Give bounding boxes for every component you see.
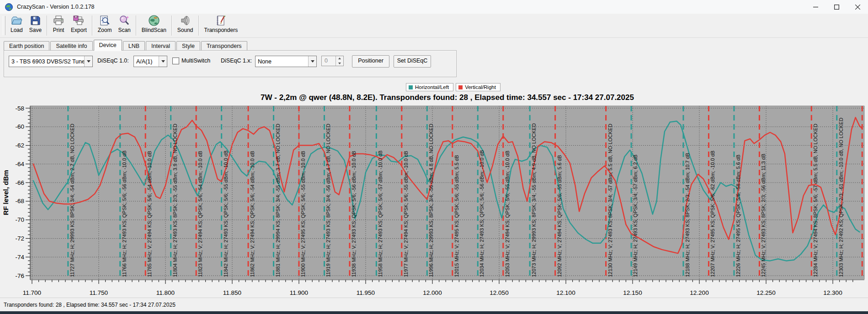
transponder-label: 11881 MHz; H; 29994 KS; 8PSK; 3/4; -55 d… bbox=[275, 124, 281, 277]
floppy-icon bbox=[29, 15, 41, 26]
tab-interval[interactable]: Interval bbox=[146, 41, 176, 51]
transponder-label: 12092 MHz; V; 27494 KS; QPSK; 5/6; -55 d… bbox=[557, 155, 562, 277]
transponder-label: 11919 MHz; H; 27493 KS; 8PSK; 3/4; -56 d… bbox=[325, 124, 331, 277]
dropdown-arrow-icon bbox=[308, 56, 316, 67]
diseqc10-select[interactable]: A/A(1) bbox=[133, 56, 167, 67]
tab-earth-position[interactable]: Earth position bbox=[4, 41, 49, 51]
speaker-icon bbox=[179, 15, 191, 26]
device-panel: 3 - TBS 6903 DVBS/S2 Tuner 1 DiSEqC 1.0:… bbox=[4, 50, 457, 77]
horizontal-swatch-icon bbox=[409, 85, 413, 89]
status-text: Transponders found: 28 , Elapsed time: 3… bbox=[4, 302, 176, 308]
x-tick-label: 12.200 bbox=[690, 289, 708, 296]
diseqc10-label: DiSEqC 1.0: bbox=[97, 56, 129, 66]
transponder-label: 12303 MHz; H; 27492 KS; QPSK; 2/3; -61 d… bbox=[838, 118, 844, 277]
load-button[interactable]: Load bbox=[7, 14, 26, 37]
y-tick-label: -74 bbox=[15, 254, 24, 261]
set-diseqc-button[interactable]: Set DiSEqC bbox=[394, 55, 431, 68]
export-button[interactable]: Export bbox=[68, 14, 90, 37]
x-tick-label: 11.750 bbox=[90, 289, 108, 296]
diseqc1x-label: DiSEqC 1.x: bbox=[221, 56, 252, 66]
tab-device[interactable]: Device bbox=[94, 40, 122, 51]
title-bar: CrazyScan - Version 1.0.2.178 bbox=[0, 0, 868, 14]
sound-button[interactable]: Sound bbox=[174, 14, 197, 37]
app-icon bbox=[5, 3, 13, 11]
x-tick-label: 11.900 bbox=[290, 289, 308, 296]
transponder-label: 11996 MHz; H; 29993 KS; 8PSK; 3/4; -56 d… bbox=[428, 124, 434, 277]
stepper-up-icon[interactable] bbox=[336, 56, 343, 61]
print-label: Print bbox=[53, 27, 64, 33]
transponder-label: 12053 MHz; V; 27494 KS; QPSK; 5/6; -55 d… bbox=[505, 151, 510, 277]
stepper-value: 0 bbox=[322, 56, 335, 66]
transponder-label: 11804 MHz; H; 27493 KS; 8PSK; 2/3; -55 d… bbox=[172, 124, 178, 277]
transponder-label: 11766 MHz; H; 27493 KS; QPSK; 5/6; -56 d… bbox=[122, 151, 127, 277]
tuner-select[interactable]: 3 - TBS 6903 DVBS/S2 Tuner 1 bbox=[9, 56, 93, 67]
transponder-label: 11900 MHz; V; 27495 KS; QPSK; 5/6; -55 d… bbox=[300, 151, 306, 277]
tab-transponders[interactable]: Transponders bbox=[201, 41, 247, 51]
sound-label: Sound bbox=[177, 27, 193, 33]
blindscan-globe-icon bbox=[148, 15, 160, 26]
y-tick-label: -76 bbox=[15, 272, 24, 279]
maximize-button[interactable] bbox=[826, 0, 847, 14]
positioner-button[interactable]: Positioner bbox=[352, 55, 389, 68]
spectrum-plot[interactable]: 11727 MHz; H; 29993 KS; 8PSK; 3/4; -54 d… bbox=[0, 80, 868, 305]
toolbar-separator bbox=[47, 16, 48, 36]
minimize-icon bbox=[813, 5, 818, 10]
close-icon bbox=[855, 5, 860, 10]
transponder-label: 12188 MHz; H; 27493 KS; 8PSK; 2/3; -54 d… bbox=[685, 153, 690, 277]
blindscan-button[interactable]: BlindScan bbox=[138, 14, 170, 37]
legend-horizontal-label: Horizontal/Left bbox=[415, 84, 449, 90]
transponder-label: 11785 MHz; V; 27494 KS; QPSK; 5/6; -54 d… bbox=[147, 151, 152, 277]
position-index-stepper[interactable]: 0 bbox=[321, 56, 344, 66]
toolbar: Load Save Print Export bbox=[0, 14, 868, 38]
stepper-down-icon[interactable] bbox=[336, 61, 343, 66]
transponder-label: 12015 MHz; V; 27495 KS; QPSK; 5/6; -55 d… bbox=[454, 155, 459, 277]
transponder-label: 12149 MHz; H; 27493 KS; QPSK; 3/4; -57 d… bbox=[633, 155, 638, 277]
transponder-label: 11842 MHz; H; 27493 KS; QPSK; 5/6; -55 d… bbox=[223, 151, 229, 277]
transponders-label: Transponders bbox=[204, 27, 238, 33]
tab-satellite-info[interactable]: Satellite info bbox=[50, 41, 92, 51]
x-tick-label: 12.250 bbox=[756, 289, 775, 296]
diseqc10-value: A/A(1) bbox=[134, 58, 159, 65]
multiswitch-checkbox[interactable]: MultiSwitch bbox=[172, 56, 210, 66]
close-button[interactable] bbox=[847, 0, 868, 14]
print-button[interactable]: Print bbox=[49, 14, 68, 37]
y-tick-label: -72 bbox=[15, 235, 24, 242]
transponders-button[interactable]: Transponders bbox=[201, 14, 241, 37]
transponder-label: 12284 MHz; V; 27494 KS; 8PSK; 5/6; -57 d… bbox=[813, 124, 818, 277]
spectrum-chart[interactable]: Horizontal/Left Vertical/Right 7W - 2,2m… bbox=[0, 80, 868, 305]
scan-button[interactable]: Scan bbox=[115, 14, 133, 37]
x-tick-label: 11.800 bbox=[156, 289, 175, 296]
zoom-label: Zoom bbox=[98, 27, 112, 33]
minimize-button[interactable] bbox=[805, 0, 826, 14]
y-tick-label: -70 bbox=[15, 216, 24, 223]
tuner-value: 3 - TBS 6903 DVBS/S2 Tuner 1 bbox=[9, 58, 84, 65]
open-folder-icon bbox=[11, 15, 22, 26]
transponder-label: 12245 MHz; V; 27493 KS; 8PSK; 2/3; -56 d… bbox=[761, 154, 766, 277]
vertical-swatch-icon bbox=[458, 85, 463, 89]
transponders-notepad-icon bbox=[215, 15, 227, 26]
status-bar: Transponders found: 28 , Elapsed time: 3… bbox=[0, 298, 868, 311]
y-tick-label: -68 bbox=[15, 198, 24, 204]
save-button[interactable]: Save bbox=[26, 14, 45, 37]
load-label: Load bbox=[11, 27, 23, 33]
printer-icon bbox=[53, 15, 64, 26]
legend-vertical[interactable]: Vertical/Right bbox=[456, 83, 501, 91]
transponder-label: 12073 MHz; H; 29993 KS; 8PSK; 3/4; -55 d… bbox=[531, 123, 537, 277]
x-tick-label: 12.300 bbox=[823, 289, 842, 296]
tab-style[interactable]: Style bbox=[176, 41, 200, 51]
x-tick-label: 11.950 bbox=[357, 289, 375, 296]
transponder-label: 12226 MHz; H; 27495 KS; QPSK; 5/6; -58 d… bbox=[735, 155, 741, 277]
toolbar-separator bbox=[92, 16, 93, 36]
zoom-button[interactable]: Zoom bbox=[95, 14, 115, 37]
diseqc1x-select[interactable]: None bbox=[255, 56, 317, 67]
save-label: Save bbox=[29, 27, 42, 33]
transponder-label: 12034 MHz; H; 27493 KS; QPSK; 5/6; -56 d… bbox=[479, 150, 485, 277]
export-icon bbox=[73, 15, 85, 26]
blindscan-label: BlindScan bbox=[142, 27, 166, 33]
x-tick-label: 12.150 bbox=[623, 289, 642, 296]
legend-horizontal[interactable]: Horizontal/Left bbox=[406, 83, 453, 91]
transponder-label: 11823 MHz; V; 27494 KS; QPSK; 5/6; -54 d… bbox=[197, 151, 203, 277]
transponder-label: 11862 MHz; V; 27494 KS; QPSK; 5/6; -54 d… bbox=[250, 151, 255, 277]
toolbar-gripper[interactable] bbox=[3, 16, 5, 35]
tab-lnb[interactable]: LNB bbox=[123, 41, 145, 51]
